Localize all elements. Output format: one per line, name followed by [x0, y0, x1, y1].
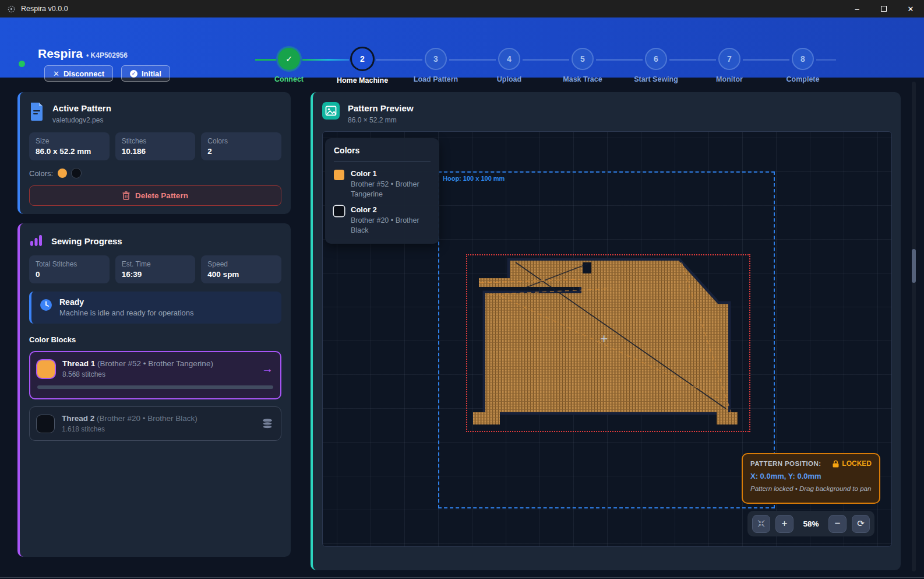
hoop-label: Hoop: 100 x 100 mm — [443, 175, 505, 182]
image-icon — [322, 102, 340, 120]
stat-label: Speed — [207, 260, 275, 268]
step-monitor[interactable]: 7 Monitor — [693, 48, 766, 85]
app-icon — [7, 5, 16, 13]
position-hint: Pattern locked • Drag background to pan — [750, 485, 872, 492]
step-label: Load Pattern — [399, 75, 472, 83]
thread2-swatch — [37, 415, 54, 433]
thread2-stitches: 1.618 stitches — [62, 425, 198, 433]
delete-pattern-label: Delete Pattern — [135, 191, 188, 200]
minimize-button[interactable]: – — [844, 0, 870, 17]
step-number: 3 — [425, 48, 447, 70]
step-number: 5 — [572, 48, 594, 70]
position-coordinates: X: 0.0mm, Y: 0.0mm — [750, 472, 872, 480]
stat-value: 400 spm — [207, 270, 275, 279]
arrow-right-icon: → — [262, 362, 273, 376]
stat-label: Colors — [207, 137, 275, 145]
step-label: Start Sewing — [619, 75, 693, 83]
stat-value: 16:39 — [122, 270, 189, 279]
app-header: Respira • K4P502956 ✕ Disconnect ✓ Initi… — [0, 17, 924, 78]
preview-canvas[interactable]: Hoop: 100 x 100 mm — [322, 131, 892, 547]
step-number: 7 — [718, 48, 740, 70]
pattern-position-overlay: PATTERN POSITION: LOCKED X: 0.0mm, Y: 0.… — [742, 453, 880, 504]
file-icon — [29, 102, 44, 121]
disconnect-button[interactable]: ✕ Disconnect — [44, 65, 113, 82]
machine-status-banner: Ready Machine is idle and ready for oper… — [29, 292, 281, 324]
maximize-button[interactable] — [870, 0, 897, 17]
stat-stitches: Stitches 10.186 — [115, 132, 196, 160]
step-label: Monitor — [693, 75, 766, 83]
pattern-preview-panel: Pattern Preview 86.0 × 52.2 mm Hoop: 100… — [311, 92, 901, 570]
bottom-divider — [0, 577, 924, 578]
thread1-stitches: 8.568 stitches — [62, 370, 213, 378]
thread2-name: Thread 2 — [62, 414, 94, 423]
step-start-sewing[interactable]: 6 Start Sewing — [619, 48, 693, 85]
step-label: Upload — [472, 75, 546, 83]
colors-label: Colors: — [29, 169, 53, 178]
legend-color-desc: Brother #52 • Brother Tangerine — [351, 180, 431, 199]
step-label: Complete — [766, 75, 840, 83]
stat-value: 2 — [207, 147, 275, 156]
step-label: Home Machine — [326, 76, 399, 85]
delete-pattern-button[interactable]: Delete Pattern — [29, 185, 281, 206]
disconnect-label: Disconnect — [64, 69, 104, 78]
step-mask-trace[interactable]: 5 Mask Trace — [546, 48, 619, 85]
step-home-machine[interactable]: 2 Home Machine — [326, 48, 399, 85]
pattern-filename: valetudogv2.pes — [52, 116, 111, 124]
workflow-stepper: ✓ Connect 2 Home Machine 3 Load Pattern … — [252, 48, 840, 85]
color-blocks-label: Color Blocks — [20, 324, 291, 344]
thread1-swatch — [37, 360, 55, 378]
scrollbar-track[interactable] — [912, 82, 916, 571]
colors-legend: Colors Color 1 Brother #52 • Brother Tan… — [325, 138, 439, 244]
legend-swatch-black — [334, 206, 344, 216]
stat-colors: Colors 2 — [201, 132, 281, 160]
thread-block-2[interactable]: Thread 2 (Brother #20 • Brother Black) 1… — [29, 406, 281, 441]
legend-color-name: Color 2 — [351, 205, 431, 214]
color-swatch-black — [72, 169, 81, 178]
close-button[interactable]: ✕ — [897, 0, 924, 17]
step-load-pattern[interactable]: 3 Load Pattern — [399, 48, 472, 85]
zoom-controls: ↘↙↗↖ + 58% − ⟳ — [747, 511, 874, 536]
stat-total-stitches: Total Stitches 0 — [29, 255, 110, 283]
legend-color-name: Color 1 — [351, 169, 431, 178]
thread1-progress-bar — [37, 385, 273, 389]
position-label: PATTERN POSITION: — [750, 460, 821, 467]
thread-block-1[interactable]: Thread 1 (Brother #52 • Brother Tangerin… — [29, 351, 281, 399]
step-complete[interactable]: 8 Complete — [766, 48, 840, 85]
step-upload[interactable]: 4 Upload — [472, 48, 546, 85]
stat-est-time: Est. Time 16:39 — [115, 255, 196, 283]
clock-icon — [40, 299, 52, 311]
trash-icon — [122, 191, 130, 200]
stat-label: Size — [36, 137, 103, 145]
step-number: 8 — [792, 48, 814, 70]
thread1-name: Thread 1 — [62, 359, 95, 368]
connection-status-dot — [19, 61, 25, 67]
zoom-in-button[interactable]: + — [775, 515, 793, 533]
stat-label: Est. Time — [122, 260, 189, 268]
stat-size: Size 86.0 x 52.2 mm — [29, 132, 110, 160]
step-connect[interactable]: ✓ Connect — [252, 48, 326, 85]
brand-title: Respira — [38, 47, 83, 61]
legend-color-desc: Brother #20 • Brother Black — [351, 216, 431, 236]
machine-serial: • K4P502956 — [86, 51, 128, 59]
locked-badge: LOCKED — [842, 459, 872, 468]
check-circle-icon: ✓ — [130, 70, 137, 78]
active-pattern-title: Active Pattern — [52, 102, 111, 113]
stat-value: 10.186 — [122, 147, 189, 156]
bar-chart-icon — [29, 233, 43, 247]
zoom-level: 58% — [799, 520, 823, 528]
initial-button[interactable]: ✓ Initial — [121, 65, 170, 82]
legend-entry-color1: Color 1 Brother #52 • Brother Tangerine — [334, 169, 431, 199]
window-title: Respira v0.0.0 — [21, 5, 68, 13]
stat-speed: Speed 400 spm — [201, 255, 281, 283]
legend-entry-color2: Color 2 Brother #20 • Brother Black — [334, 205, 431, 236]
sewing-progress-title: Sewing Progress — [51, 235, 122, 246]
scrollbar-thumb[interactable] — [912, 249, 916, 283]
embroidery-pattern[interactable] — [466, 254, 750, 432]
step-number: 2 — [350, 47, 375, 71]
zoom-out-button[interactable]: − — [828, 515, 847, 533]
reset-view-button[interactable]: ⟳ — [852, 515, 870, 533]
lock-icon — [833, 460, 839, 468]
layers-icon — [261, 418, 274, 430]
legend-swatch-tangerine — [334, 170, 344, 180]
fit-view-button[interactable]: ↘↙↗↖ — [752, 515, 770, 533]
